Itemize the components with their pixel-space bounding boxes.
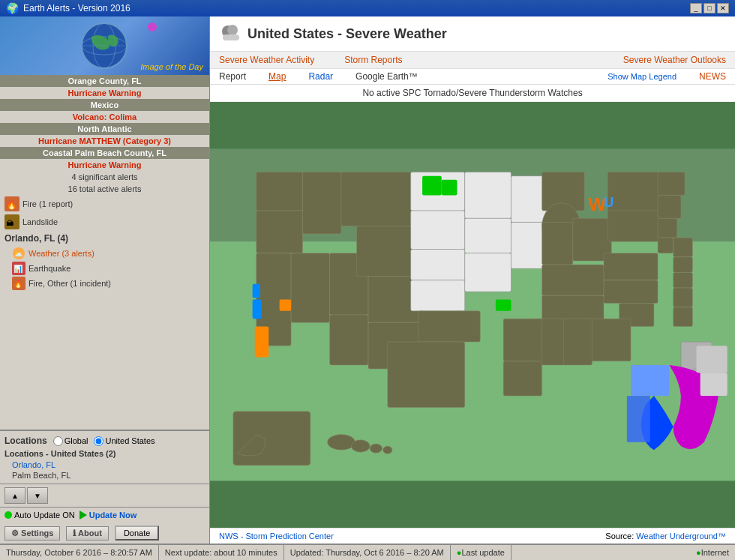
svg-rect-69 [442, 180, 458, 196]
minimize-button[interactable]: _ [690, 3, 702, 13]
orlando-fire[interactable]: 🔥 Fire, Other (1 incident) [0, 276, 209, 291]
orange-county-warning[interactable]: Hurricane Warning [0, 87, 209, 99]
status-datetime: Thursday, October 6 2016 – 8:20:57 AM [0, 545, 159, 560]
svg-rect-53 [561, 319, 592, 365]
svg-rect-23 [291, 253, 329, 323]
tab-severe-weather-outlooks[interactable]: Severe Weather Outlooks [623, 55, 726, 65]
svg-text:🏔: 🏔 [6, 219, 14, 227]
settings-button[interactable]: ⚙ Settings [4, 526, 60, 541]
donate-button[interactable]: Donate [115, 526, 159, 541]
right-panel-title: United States - Severe Weather [248, 26, 447, 42]
fire-icon: 🔥 [4, 196, 20, 211]
svg-rect-68 [627, 396, 650, 442]
svg-rect-55 [503, 361, 542, 396]
total-alerts: 16 total active alerts [0, 183, 209, 195]
play-icon [80, 511, 87, 520]
weather-icon: ⛅ [12, 247, 26, 260]
us-radio[interactable] [94, 436, 104, 446]
fire-item[interactable]: 🔥 Fire (1 report) [0, 195, 209, 213]
auto-update-indicator [4, 511, 12, 519]
globe-area: Image of the Day [0, 16, 209, 75]
header-weather-icon [219, 22, 242, 45]
alert-list: Orange County, FL Hurricane Warning Mexi… [0, 75, 209, 430]
global-radio[interactable] [53, 436, 63, 446]
last-update-indicator: ● [457, 548, 462, 557]
svg-rect-26 [341, 172, 411, 226]
close-button[interactable]: ✕ [717, 3, 729, 13]
about-button[interactable]: ℹ About [66, 526, 108, 541]
status-updated: Updated: Thursday, Oct 6 2016 – 8:20 AM [284, 545, 451, 560]
image-of-day-label: Image of the Day [140, 62, 203, 71]
svg-rect-63 [674, 272, 693, 288]
wu-link[interactable]: Weather Underground™ [636, 532, 726, 541]
title-bar: 🌍 Earth Alerts - Version 2016 _ □ ✕ [0, 0, 735, 16]
orlando-location-link[interactable]: Orlando, FL [0, 460, 209, 470]
svg-text:U: U [604, 194, 614, 210]
svg-rect-32 [411, 250, 465, 280]
map-info-text: No active SPC Tornado/Severe Thunderstor… [362, 88, 582, 98]
subtab-news[interactable]: NEWS [699, 71, 726, 82]
svg-rect-16 [223, 34, 239, 40]
locations-section: Locations Global United States Locations… [0, 430, 209, 484]
svg-rect-39 [418, 311, 480, 342]
svg-rect-74 [233, 412, 310, 466]
svg-rect-31 [411, 211, 465, 249]
us-radio-option[interactable]: United States [94, 436, 154, 446]
scroll-up-button[interactable]: ▲ [4, 487, 26, 504]
tab-storm-reports[interactable]: Storm Reports [344, 55, 402, 65]
subtab-report[interactable]: Report [219, 71, 246, 82]
svg-rect-20 [256, 211, 303, 253]
svg-rect-72 [280, 299, 291, 310]
alert-group-north-atlantic: North Atlantic [0, 123, 209, 135]
app-buttons: ⚙ Settings ℹ About Donate [0, 523, 209, 544]
locations-tabs: Locations Global United States [0, 434, 209, 448]
orlando-earthquake[interactable]: 📊 Earthquake [0, 261, 209, 276]
svg-rect-64 [674, 288, 693, 307]
western-states [256, 172, 422, 370]
svg-text:⛅: ⛅ [14, 249, 23, 259]
subtab-map[interactable]: Map [268, 71, 286, 82]
global-label: Global [64, 436, 88, 445]
map-area: W U [210, 102, 735, 528]
svg-rect-61 [674, 238, 693, 257]
maximize-button[interactable]: □ [704, 3, 716, 13]
update-now-button[interactable]: Update Now [80, 511, 137, 520]
alert-california-coast [255, 326, 269, 357]
southern-weather-alert [697, 346, 728, 373]
auto-update-status: Auto Update ON [4, 511, 75, 520]
nav-buttons: ▲ ▼ [0, 484, 209, 507]
svg-rect-50 [604, 280, 658, 304]
palm-beach-location: Palm Beach, FL [0, 470, 209, 481]
orlando-header: Orlando, FL (4) [0, 231, 209, 246]
svg-rect-22 [303, 172, 341, 234]
svg-text:📊: 📊 [14, 264, 23, 274]
earthquake-icon: 📊 [12, 262, 26, 275]
svg-rect-43 [542, 222, 573, 265]
subtabs-row: Report Map Radar Google Earth™ Show Map … [210, 69, 735, 85]
status-internet: ● Internet [690, 545, 735, 560]
subtab-radar[interactable]: Radar [308, 71, 333, 82]
palm-beach-warning[interactable]: Hurricane Warning [0, 159, 209, 171]
tab-severe-weather-activity[interactable]: Severe Weather Activity [219, 55, 314, 65]
subtab-google-earth[interactable]: Google Earth™ [356, 71, 418, 82]
landslide-item[interactable]: 🏔 Landslide [0, 213, 209, 231]
svg-point-75 [327, 435, 355, 451]
bottom-area: Auto Update ON Update Now [0, 507, 209, 523]
scroll-down-button[interactable]: ▼ [27, 487, 48, 504]
show-legend-link[interactable]: Show Map Legend [608, 72, 676, 81]
svg-rect-33 [411, 280, 465, 311]
source-label: Source: Weather Underground™ [605, 532, 726, 541]
svg-rect-56 [503, 319, 542, 361]
locations-list-header: Locations - United States (2) [0, 448, 209, 460]
global-radio-option[interactable]: Global [53, 436, 88, 446]
nws-link[interactable]: NWS - Storm Prediction Center [219, 532, 334, 541]
north-atlantic-warning[interactable]: Hurricane MATTHEW (Category 3) [0, 135, 209, 147]
orlando-weather[interactable]: ⛅ Weather (3 alerts) [0, 246, 209, 261]
right-panel: United States - Severe Weather Severe We… [210, 16, 735, 544]
svg-rect-59 [658, 218, 677, 238]
svg-rect-71 [253, 284, 260, 298]
svg-rect-38 [511, 222, 545, 268]
svg-rect-67 [631, 365, 669, 396]
mexico-warning[interactable]: Volcano: Colima [0, 111, 209, 123]
internet-indicator: ● [696, 548, 701, 557]
